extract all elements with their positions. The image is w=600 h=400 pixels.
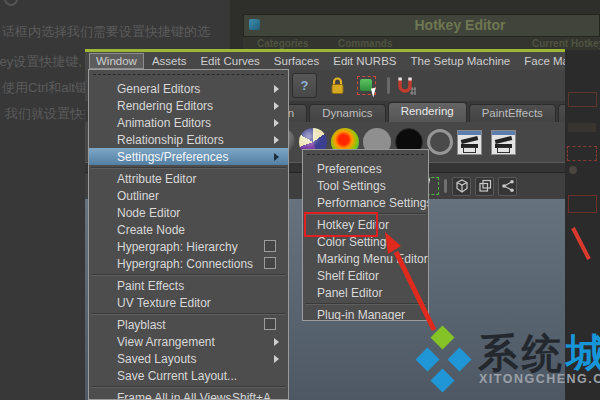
window-menu-popup: General Editors Rendering Editors Animat… bbox=[88, 69, 289, 400]
menu-item-saved-layouts[interactable]: Saved Layouts bbox=[89, 350, 288, 367]
duplicate-icon[interactable] bbox=[475, 177, 494, 196]
submenu-arrow-icon bbox=[274, 85, 279, 93]
commands-column-label: Commands bbox=[338, 38, 392, 49]
menu-item-playblast[interactable]: Playblast bbox=[89, 316, 288, 333]
toolbar-separator bbox=[387, 77, 390, 94]
menu-item-view-arrangement[interactable]: View Arrangement bbox=[89, 333, 288, 350]
tutorial-line: 使用Ctrl和alt键, bbox=[2, 79, 92, 97]
lock-icon[interactable] bbox=[329, 76, 346, 95]
hotkey-editor-title: Hotkey Editor bbox=[360, 17, 560, 33]
maya-app-icon bbox=[249, 19, 260, 30]
render-clapboard-icon[interactable] bbox=[457, 130, 482, 155]
submenu-arrow-icon bbox=[274, 153, 279, 161]
dimmed-radio bbox=[569, 166, 577, 174]
brand-dark-text: 系统 bbox=[478, 331, 566, 375]
icon-separator bbox=[444, 179, 447, 193]
menu-item-uv-texture-editor[interactable]: UV Texture Editor bbox=[89, 294, 288, 311]
cube-icon[interactable] bbox=[452, 177, 471, 196]
tab-painteffects[interactable]: PaintEffects bbox=[469, 104, 556, 122]
ipr-clapboard-icon[interactable] bbox=[491, 130, 516, 155]
share-icon[interactable] bbox=[498, 177, 517, 196]
menu-item-create-node[interactable]: Create Node bbox=[89, 221, 288, 238]
cursor-arrow-icon bbox=[371, 88, 378, 98]
menu-item-relationship-editors[interactable]: Relationship Editors bbox=[89, 131, 288, 148]
dimmed-widget bbox=[568, 195, 597, 213]
tutorial-line: 话框内选择我们需要设置快捷键的选 bbox=[2, 23, 210, 41]
isolate-select-icon[interactable] bbox=[357, 76, 376, 95]
menu-item-general-editors[interactable]: General Editors bbox=[89, 80, 288, 97]
submenu-arrow-icon bbox=[274, 136, 279, 144]
menu-edit-curves[interactable]: Edit Curves bbox=[194, 54, 265, 68]
dimmed-widget bbox=[568, 92, 597, 107]
submenu-item-shelf-editor[interactable]: Shelf Editor bbox=[303, 267, 428, 284]
menu-item-outliner[interactable]: Outliner bbox=[89, 187, 288, 204]
help-button[interactable]: ? bbox=[292, 73, 317, 98]
submenu-item-performance-settings[interactable]: Performance Settings bbox=[303, 194, 428, 211]
shortcut-label: Shift+A bbox=[232, 391, 271, 400]
submenu-item-color-settings[interactable]: Color Settings bbox=[303, 233, 428, 250]
submenu-item-panel-editor[interactable]: Panel Editor bbox=[303, 284, 428, 301]
submenu-item-plugin-manager[interactable]: Plug-in Manager bbox=[303, 306, 428, 321]
option-box[interactable] bbox=[264, 257, 276, 269]
submenu-item-hotkey-editor[interactable]: Hotkey Editor bbox=[303, 216, 428, 233]
hotkey-editor-window-dimmed: Hotkey Editor Categories Commands Curren… bbox=[230, 0, 600, 50]
submenu-arrow-icon bbox=[274, 119, 279, 127]
clipped-glyph bbox=[4, 0, 18, 6]
menu-item-animation-editors[interactable]: Animation Editors bbox=[89, 114, 288, 131]
menu-the-setup-machine[interactable]: The Setup Machine bbox=[405, 54, 517, 68]
tutorial-line: key设置快捷键, bbox=[0, 53, 82, 71]
dimmed-widget bbox=[568, 123, 596, 132]
tab-rendering[interactable]: Rendering bbox=[388, 102, 467, 122]
menu-item-hypergraph-connections[interactable]: Hypergraph: Connections bbox=[89, 255, 288, 272]
submenu-item-preferences[interactable]: Preferences bbox=[303, 160, 428, 177]
submenu-item-marking-menu-editor[interactable]: Marking Menu Editor bbox=[303, 250, 428, 267]
submenu-arrow-icon bbox=[274, 355, 279, 363]
tearoff-handle[interactable] bbox=[303, 150, 428, 160]
menu-surfaces[interactable]: Surfaces bbox=[268, 54, 325, 68]
submenu-arrow-icon bbox=[274, 338, 279, 346]
menu-edit-nurbs[interactable]: Edit NURBS bbox=[327, 54, 402, 68]
categories-column-label: Categories bbox=[257, 38, 309, 49]
screenshot-root: 话框内选择我们需要设置快捷键的选 key设置快捷键, 使用Ctrl和alt键, … bbox=[0, 0, 600, 400]
option-box[interactable] bbox=[264, 318, 276, 330]
menu-item-settings-preferences[interactable]: Settings/Preferences bbox=[89, 148, 288, 165]
menu-item-attribute-editor[interactable]: Attribute Editor bbox=[89, 170, 288, 187]
tearoff-handle[interactable] bbox=[89, 70, 288, 80]
menu-window[interactable]: Window bbox=[89, 53, 144, 69]
option-box[interactable] bbox=[264, 240, 276, 252]
menu-item-rendering-editors[interactable]: Rendering Editors bbox=[89, 97, 288, 114]
tutorial-line: 我们就设置快捷 bbox=[5, 105, 96, 123]
ring-circle-icon[interactable] bbox=[427, 129, 453, 155]
menu-bar: Window Assets Edit Curves Surfaces Edit … bbox=[85, 52, 565, 70]
watermark-domain: XITONGCHENG.COM bbox=[479, 372, 600, 386]
menu-item-hypergraph-hierarchy[interactable]: Hypergraph: Hierarchy bbox=[89, 238, 288, 255]
current-hotkeys-column-label: Current Hotkeys bbox=[532, 38, 600, 49]
menu-assets[interactable]: Assets bbox=[146, 54, 193, 68]
snap-magnet-icon[interactable] bbox=[396, 75, 418, 97]
brand-blue-text: 城 bbox=[566, 331, 600, 375]
menu-item-paint-effects[interactable]: Paint Effects bbox=[89, 277, 288, 294]
tab-toon[interactable]: Toon bbox=[558, 104, 565, 122]
menu-item-save-current-layout[interactable]: Save Current Layout... bbox=[89, 367, 288, 384]
dimmed-widget bbox=[567, 146, 597, 161]
menu-item-node-editor[interactable]: Node Editor bbox=[89, 204, 288, 221]
menu-face-machine[interactable]: Face Machine bbox=[518, 54, 565, 68]
menu-item-frame-all-in-all-views[interactable]: Frame All in All ViewsShift+A bbox=[89, 389, 288, 400]
tab-dynamics[interactable]: Dynamics bbox=[309, 104, 385, 122]
settings-preferences-submenu: Preferences Tool Settings Performance Se… bbox=[302, 149, 429, 321]
submenu-arrow-icon bbox=[274, 102, 279, 110]
submenu-item-tool-settings[interactable]: Tool Settings bbox=[303, 177, 428, 194]
